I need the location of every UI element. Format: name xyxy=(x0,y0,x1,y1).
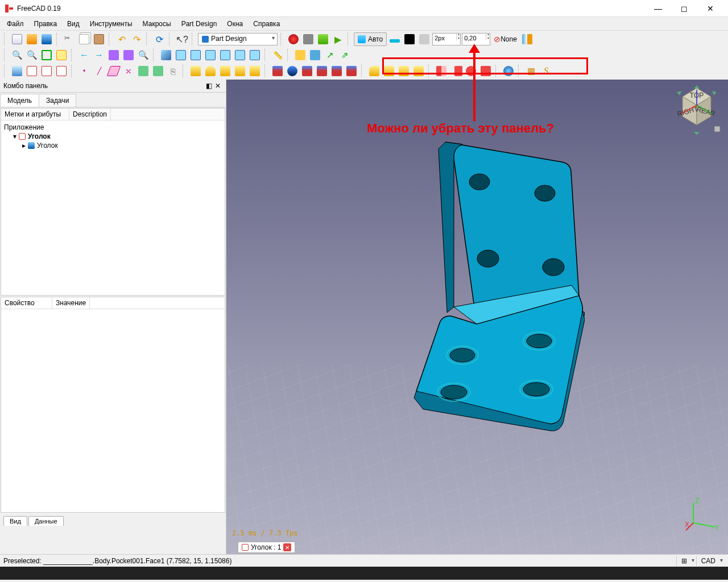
pd-hole-button[interactable] xyxy=(286,64,299,78)
menu-edit[interactable]: Правка xyxy=(30,18,62,30)
navigation-cube[interactable]: TOP RIGHT REAR xyxy=(671,85,722,136)
draw-style-button[interactable] xyxy=(40,48,53,62)
pd-datum-line-button[interactable]: ╱ xyxy=(92,64,106,78)
tab-tasks[interactable]: Задачи xyxy=(39,94,76,107)
link-make-button[interactable]: ↗ xyxy=(323,48,337,62)
save-doc-button[interactable] xyxy=(40,32,53,46)
bounding-box-button[interactable] xyxy=(55,48,68,62)
pd-fillet-button[interactable] xyxy=(367,64,381,78)
menu-help[interactable]: Справка xyxy=(249,18,284,30)
pd-additive-prim-button[interactable] xyxy=(248,64,262,78)
draft-style-button[interactable] xyxy=(388,32,402,46)
pd-pocket-button[interactable] xyxy=(271,64,284,78)
fit-selection-button[interactable]: 🔍 xyxy=(25,48,39,62)
pd-body-button[interactable] xyxy=(10,64,24,78)
pd-linpattern-button[interactable] xyxy=(449,64,463,78)
status-navigation-style[interactable]: CAD xyxy=(696,556,725,566)
macro-record-button[interactable] xyxy=(287,32,300,46)
maximize-button[interactable]: ◻ xyxy=(671,0,697,17)
draft-color1-button[interactable] xyxy=(403,32,416,46)
menu-view[interactable]: Вид xyxy=(63,18,84,30)
grid-toggle-button[interactable]: ▦ xyxy=(524,64,538,78)
close-button[interactable]: ✕ xyxy=(697,0,723,17)
panel-close-button[interactable]: ✕ xyxy=(213,81,222,90)
view-front-button[interactable] xyxy=(174,48,188,62)
pd-thickness-button[interactable] xyxy=(412,64,425,78)
nav-back-button[interactable]: ← xyxy=(77,48,91,62)
view-iso-button[interactable] xyxy=(159,48,173,62)
new-doc-button[interactable] xyxy=(10,32,24,46)
pd-subshapebinder-button[interactable] xyxy=(151,64,165,78)
fit-all-button[interactable]: 🔍 xyxy=(10,48,24,62)
3d-viewport[interactable]: TOP RIGHT REAR Z Y X 2.5 ms / 7.3 fps Уг… xyxy=(226,80,728,554)
pd-datum-plane-button[interactable] xyxy=(107,64,121,78)
paste-button[interactable] xyxy=(92,32,106,46)
view-rear-button[interactable] xyxy=(218,48,232,62)
draft-color2-button[interactable] xyxy=(417,32,431,46)
pd-groove-button[interactable] xyxy=(300,64,314,78)
whatsthis-button[interactable]: ↖? xyxy=(175,32,189,46)
panel-float-button[interactable]: ◧ xyxy=(204,81,213,90)
pd-boolean-button[interactable] xyxy=(502,64,515,78)
part-button[interactable] xyxy=(293,48,307,62)
macro-run-button[interactable]: ▶ xyxy=(331,32,345,46)
pd-mapsketch-button[interactable] xyxy=(55,64,68,78)
pd-shapebinder-button[interactable] xyxy=(136,64,150,78)
draft-plane-button[interactable]: Авто xyxy=(354,32,387,46)
pd-multitransform-button[interactable] xyxy=(479,64,493,78)
pd-subloft-button[interactable] xyxy=(315,64,329,78)
snap-toggle-button[interactable]: S xyxy=(539,64,553,78)
pd-mirror-button[interactable] xyxy=(435,64,448,78)
pd-sketch-button[interactable] xyxy=(25,64,39,78)
group-button[interactable] xyxy=(308,48,322,62)
copy-button[interactable] xyxy=(77,32,91,46)
pd-chamfer-button[interactable] xyxy=(382,64,396,78)
pd-loft-button[interactable] xyxy=(218,64,232,78)
macro-list-button[interactable] xyxy=(316,32,330,46)
menu-macros[interactable]: Макросы xyxy=(138,18,176,30)
status-dimensions[interactable]: ⊞ xyxy=(676,556,696,566)
undo-button[interactable]: ↶ xyxy=(115,32,129,46)
menu-file[interactable]: Файл xyxy=(2,18,28,30)
minimize-button[interactable]: — xyxy=(645,0,671,17)
draft-autogroup-button[interactable] xyxy=(520,32,534,46)
open-doc-button[interactable] xyxy=(25,32,39,46)
prop-tab-data[interactable]: Данные xyxy=(28,516,64,526)
prop-tab-view[interactable]: Вид xyxy=(3,516,27,526)
tree-body[interactable]: ▸ Уголок xyxy=(2,141,224,150)
link-go-button[interactable] xyxy=(122,48,135,62)
menu-tools[interactable]: Инструменты xyxy=(85,18,137,30)
workbench-selector[interactable]: Part Design xyxy=(198,33,278,45)
menu-partdesign[interactable]: Part Design xyxy=(177,18,222,30)
model-tree[interactable]: Метки и атрибуты Description Приложение … xyxy=(1,108,225,296)
tab-model[interactable]: Модель xyxy=(0,94,39,107)
macro-stop-button[interactable] xyxy=(301,32,315,46)
view-top-button[interactable] xyxy=(189,48,202,62)
pd-clone-button[interactable]: ⎘ xyxy=(166,64,180,78)
pd-sub-prim-button[interactable] xyxy=(345,64,358,78)
draft-linewidth-input[interactable]: 2px xyxy=(432,33,461,45)
view-right-button[interactable] xyxy=(204,48,217,62)
property-panel[interactable]: Свойство Значение xyxy=(1,297,225,513)
view-left-button[interactable] xyxy=(248,48,262,62)
link-select-button[interactable]: 🔍 xyxy=(136,48,150,62)
measure-button[interactable]: 📏 xyxy=(271,48,284,62)
tree-doc[interactable]: ▾ Уголок xyxy=(2,132,224,141)
pd-datum-cs-button[interactable]: ⤬ xyxy=(122,64,135,78)
document-tab-close[interactable]: ✕ xyxy=(283,543,291,551)
pd-pad-button[interactable] xyxy=(189,64,202,78)
cut-button[interactable]: ✂ xyxy=(63,32,76,46)
pd-revolution-button[interactable] xyxy=(204,64,217,78)
pd-subpipe-button[interactable] xyxy=(330,64,344,78)
pd-editsketch-button[interactable] xyxy=(40,64,53,78)
view-bottom-button[interactable] xyxy=(233,48,247,62)
link-actions-button[interactable] xyxy=(107,48,121,62)
draft-fontsize-input[interactable]: 0,20 xyxy=(462,33,490,45)
pd-polarpattern-button[interactable] xyxy=(464,64,478,78)
nav-fwd-button[interactable]: → xyxy=(92,48,106,62)
pd-draft-button[interactable] xyxy=(397,64,411,78)
menu-windows[interactable]: Окна xyxy=(222,18,247,30)
refresh-button[interactable]: ⟳ xyxy=(152,32,166,46)
redo-button[interactable]: ↷ xyxy=(130,32,143,46)
document-tab[interactable]: Уголок : 1 ✕ xyxy=(238,542,295,553)
